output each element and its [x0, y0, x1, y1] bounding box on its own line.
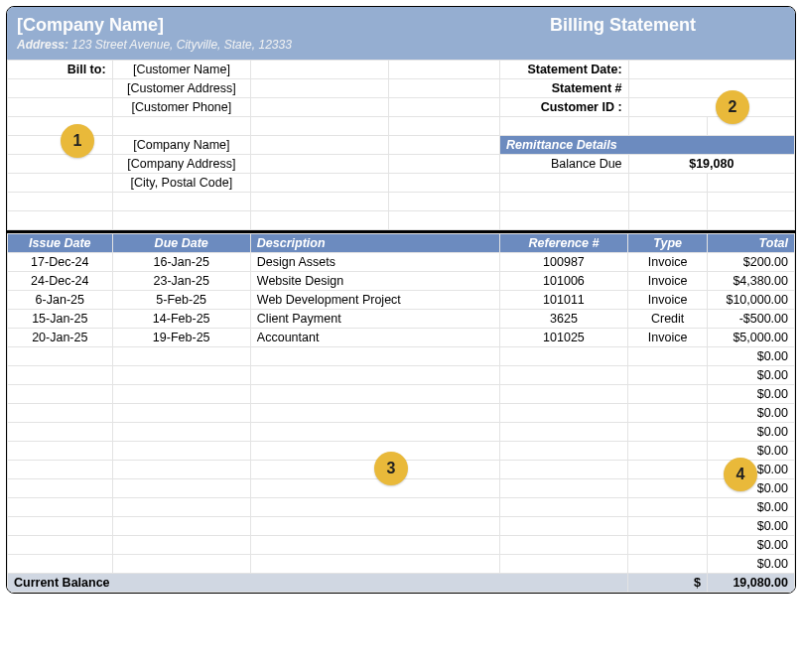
cell-reference[interactable]	[499, 404, 628, 423]
cell-description[interactable]: Web Development Project	[250, 291, 499, 310]
cell-type[interactable]	[628, 517, 708, 536]
cell-due-date[interactable]: 19-Feb-25	[112, 329, 250, 347]
cell-reference[interactable]: 100987	[499, 253, 628, 272]
cell-total[interactable]: $10,000.00	[708, 291, 795, 310]
cell-description[interactable]	[250, 366, 499, 385]
cell-description[interactable]	[250, 498, 499, 517]
bill-to-line-2[interactable]: [Customer Phone]	[112, 98, 251, 117]
cell-due-date[interactable]	[112, 347, 250, 366]
cell-reference[interactable]	[499, 536, 628, 555]
cell-total[interactable]: $200.00	[708, 253, 795, 272]
cell-total[interactable]: $0.00	[708, 555, 795, 574]
cell-due-date[interactable]	[112, 517, 250, 536]
cell-due-date[interactable]: 23-Jan-25	[112, 272, 250, 291]
cell-type[interactable]	[628, 442, 708, 461]
cell-total[interactable]: $0.00	[708, 498, 795, 517]
cell-type[interactable]: Invoice	[628, 253, 708, 272]
cell-reference[interactable]	[499, 442, 628, 461]
cell-due-date[interactable]	[112, 555, 250, 574]
cell-type[interactable]	[628, 423, 708, 442]
cell-description[interactable]	[250, 536, 499, 555]
cell-total[interactable]: $0.00	[708, 404, 795, 423]
cell-description[interactable]: Accountant	[250, 329, 499, 347]
cell-type[interactable]	[628, 385, 708, 404]
cell-reference[interactable]	[499, 366, 628, 385]
cell-type[interactable]	[628, 536, 708, 555]
cell-issue-date[interactable]	[8, 555, 113, 574]
cell-type[interactable]	[628, 555, 708, 574]
cell-due-date[interactable]	[112, 404, 250, 423]
cell-due-date[interactable]	[112, 366, 250, 385]
cell-issue-date[interactable]	[8, 442, 113, 461]
from-line-0[interactable]: [Company Name]	[112, 136, 251, 155]
from-line-1[interactable]: [Company Address]	[112, 155, 251, 174]
cell-total[interactable]: $0.00	[708, 423, 795, 442]
cell-type[interactable]: Invoice	[628, 291, 708, 310]
cell-type[interactable]	[628, 366, 708, 385]
cell-description[interactable]	[250, 517, 499, 536]
cell-reference[interactable]: 101006	[499, 272, 628, 291]
cell-total[interactable]: $0.00	[708, 366, 795, 385]
cell-type[interactable]: Credit	[628, 310, 708, 329]
cell-reference[interactable]	[499, 347, 628, 366]
cell-reference[interactable]	[499, 555, 628, 574]
cell-issue-date[interactable]	[8, 461, 113, 479]
cell-reference[interactable]	[499, 385, 628, 404]
bill-to-line-0[interactable]: [Customer Name]	[112, 61, 251, 79]
cell-type[interactable]	[628, 498, 708, 517]
cell-total[interactable]: $0.00	[708, 347, 795, 366]
statement-number-value[interactable]	[628, 79, 794, 98]
cell-reference[interactable]	[499, 423, 628, 442]
customer-id-value[interactable]	[628, 98, 794, 117]
cell-issue-date[interactable]	[8, 423, 113, 442]
cell-issue-date[interactable]: 6-Jan-25	[8, 291, 113, 310]
cell-reference[interactable]	[499, 479, 628, 498]
cell-description[interactable]: Design Assets	[250, 253, 499, 272]
cell-issue-date[interactable]: 17-Dec-24	[8, 253, 113, 272]
cell-reference[interactable]: 101011	[499, 291, 628, 310]
cell-issue-date[interactable]	[8, 385, 113, 404]
cell-total[interactable]: -$500.00	[708, 310, 795, 329]
cell-reference[interactable]	[499, 517, 628, 536]
cell-issue-date[interactable]	[8, 498, 113, 517]
cell-description[interactable]	[250, 442, 499, 461]
cell-issue-date[interactable]: 15-Jan-25	[8, 310, 113, 329]
cell-due-date[interactable]	[112, 498, 250, 517]
cell-description[interactable]	[250, 347, 499, 366]
cell-issue-date[interactable]	[8, 479, 113, 498]
cell-description[interactable]: Client Payment	[250, 310, 499, 329]
cell-total[interactable]: $0.00	[708, 442, 795, 461]
cell-type[interactable]: Invoice	[628, 272, 708, 291]
cell-due-date[interactable]	[112, 385, 250, 404]
cell-due-date[interactable]	[112, 423, 250, 442]
cell-due-date[interactable]	[112, 479, 250, 498]
cell-description[interactable]	[250, 404, 499, 423]
cell-issue-date[interactable]	[8, 517, 113, 536]
cell-issue-date[interactable]	[8, 536, 113, 555]
cell-total[interactable]: $4,380.00	[708, 272, 795, 291]
cell-due-date[interactable]	[112, 536, 250, 555]
cell-issue-date[interactable]	[8, 347, 113, 366]
cell-type[interactable]	[628, 347, 708, 366]
cell-total[interactable]: $5,000.00	[708, 329, 795, 347]
cell-description[interactable]: Website Design	[250, 272, 499, 291]
cell-due-date[interactable]: 5-Feb-25	[112, 291, 250, 310]
cell-description[interactable]	[250, 555, 499, 574]
statement-date-value[interactable]	[628, 61, 794, 79]
cell-due-date[interactable]: 16-Jan-25	[112, 253, 250, 272]
cell-due-date[interactable]	[112, 461, 250, 479]
cell-issue-date[interactable]	[8, 366, 113, 385]
cell-type[interactable]	[628, 479, 708, 498]
cell-issue-date[interactable]: 24-Dec-24	[8, 272, 113, 291]
cell-description[interactable]	[250, 385, 499, 404]
cell-total[interactable]: $0.00	[708, 385, 795, 404]
cell-due-date[interactable]	[112, 442, 250, 461]
bill-to-line-1[interactable]: [Customer Address]	[112, 79, 251, 98]
cell-type[interactable]: Invoice	[628, 329, 708, 347]
cell-type[interactable]	[628, 404, 708, 423]
cell-total[interactable]: $0.00	[708, 517, 795, 536]
cell-issue-date[interactable]: 20-Jan-25	[8, 329, 113, 347]
from-line-2[interactable]: [City, Postal Code]	[112, 174, 251, 193]
cell-reference[interactable]: 101025	[499, 329, 628, 347]
cell-reference[interactable]: 3625	[499, 310, 628, 329]
